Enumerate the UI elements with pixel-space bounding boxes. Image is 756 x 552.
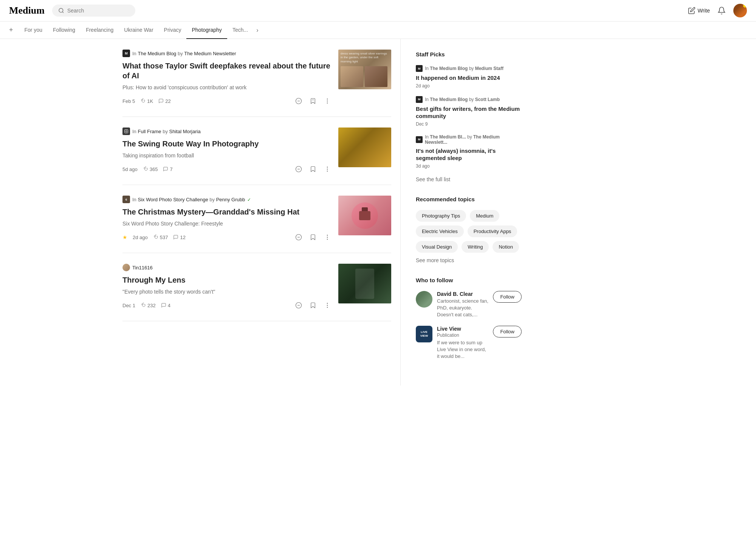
article-title-3[interactable]: The Christmas Mystery—Granddad's Missing… [122, 207, 332, 217]
article-subtitle-2: Taking inspiration from football [122, 152, 332, 160]
see-more-topics-link[interactable]: See more topics [416, 257, 522, 263]
sp-author-2[interactable]: Scott Lamb [475, 97, 500, 102]
article-stats-4: 232 4 [141, 303, 170, 308]
list-item: M In The Medium Blog by Scott Lamb Best … [416, 96, 522, 127]
topic-notion[interactable]: Notion [493, 241, 519, 253]
topic-writing[interactable]: Writing [462, 241, 489, 253]
topic-electric-vehicles[interactable]: Electric Vehicles [416, 225, 464, 237]
pub-name-3[interactable]: Six Word Photo Story Challenge [138, 197, 208, 202]
article-stats-2: 365 7 [143, 166, 173, 172]
staff-pick-title-2[interactable]: Best gifts for writers, from the Medium … [416, 105, 522, 120]
clap-icon-3 [153, 235, 158, 240]
author-name-4[interactable]: Tin11616 [132, 265, 153, 271]
more-button-1[interactable] [322, 96, 332, 106]
save-button-1[interactable] [308, 96, 318, 106]
svg-point-0 [59, 8, 63, 12]
search-icon [58, 8, 64, 14]
sp-pub-3[interactable]: The Medium Bl... [430, 134, 466, 140]
sp-meta-text-3: In The Medium Bl... by The Medium Newsle… [425, 134, 522, 145]
list-item: M In The Medium Blog by Medium Staff It … [416, 65, 522, 89]
svg-point-25 [327, 307, 328, 308]
svg-rect-9 [125, 130, 128, 133]
author-name-1[interactable]: The Medium Newsletter [184, 51, 236, 56]
author-name-3[interactable]: Penny Grubb [216, 197, 245, 202]
article-title-2[interactable]: The Swing Route Way In Photography [122, 139, 332, 149]
comment-icon-1 [158, 98, 164, 104]
tab-freelancing[interactable]: Freelancing [81, 22, 119, 39]
topic-visual-design[interactable]: Visual Design [416, 241, 458, 253]
follow-avatar-david [416, 291, 432, 308]
pub-name-2[interactable]: Full Frame [138, 129, 161, 134]
article-image-2 [338, 128, 391, 167]
sp-pub-1[interactable]: The Medium Blog [430, 66, 468, 71]
topic-productivity-apps[interactable]: Productivity Apps [468, 225, 517, 237]
article-actions-3 [294, 232, 332, 242]
table-row: Tin11616 Through My Lens "Every photo te… [122, 253, 391, 321]
comments-stat-3: 12 [173, 235, 185, 240]
pub-name-1[interactable]: The Medium Blog [138, 51, 176, 56]
sp-pub-2[interactable]: The Medium Blog [430, 97, 468, 102]
save-button-2[interactable] [308, 164, 318, 174]
who-to-follow-title: Who to follow [416, 277, 522, 283]
sp-author-1[interactable]: Medium Staff [475, 66, 503, 71]
more-button-2[interactable] [322, 164, 332, 174]
article-subtitle-4: "Every photo tells the story words can't… [122, 288, 332, 296]
minus-button-2[interactable] [294, 164, 304, 174]
follow-button-live-view[interactable]: Follow [493, 326, 522, 337]
tab-for-you[interactable]: For you [19, 22, 48, 39]
article-meta-3: 6 In Six Word Photo Story Challenge by P… [122, 196, 332, 203]
svg-point-20 [327, 239, 328, 240]
svg-point-15 [327, 171, 328, 172]
nav-arrow-icon[interactable]: › [256, 27, 258, 34]
article-title-4[interactable]: Through My Lens [122, 275, 332, 285]
clap-icon-1 [140, 98, 146, 104]
minus-button-3[interactable] [294, 232, 304, 242]
tab-tech[interactable]: Tech... [227, 22, 253, 39]
article-date-2: 5d ago [122, 166, 138, 172]
article-date-1: Feb 5 [122, 98, 135, 104]
article-content-4: Tin11616 Through My Lens "Every photo te… [122, 264, 332, 310]
tab-following[interactable]: Following [48, 22, 81, 39]
tab-privacy[interactable]: Privacy [159, 22, 187, 39]
more-button-4[interactable] [322, 300, 332, 310]
avatar[interactable] [733, 4, 747, 17]
staff-pick-title-3[interactable]: It's not (always) insomnia, it's segment… [416, 147, 522, 162]
tab-ukraine-war[interactable]: Ukraine War [119, 22, 158, 39]
author-name-2[interactable]: Shital Morjaria [169, 129, 201, 134]
minus-button-1[interactable] [294, 96, 304, 106]
article-footer-3: ★ 2d ago 537 12 [122, 232, 332, 242]
claps-stat-2: 365 [143, 166, 158, 172]
follow-name-david[interactable]: David B. Clear [437, 291, 488, 297]
search-input[interactable] [67, 8, 129, 14]
add-tab-button[interactable]: + [9, 26, 13, 34]
clap-icon-2 [143, 166, 148, 172]
write-button[interactable]: Write [688, 7, 710, 14]
save-button-4[interactable] [308, 300, 318, 310]
more-button-3[interactable] [322, 232, 332, 242]
topic-medium[interactable]: Medium [470, 210, 499, 222]
see-full-list-link[interactable]: See the full list [416, 176, 522, 182]
follow-name-live-view[interactable]: Live View [437, 326, 488, 332]
tab-photography[interactable]: Photography [186, 22, 227, 39]
logo[interactable]: Medium [9, 5, 45, 16]
article-title-1[interactable]: What those Taylor Swift deepfakes reveal… [122, 61, 332, 81]
staff-picks-section: Staff Picks M In The Medium Blog by Medi… [416, 51, 522, 182]
recommended-topics-section: Recommended topics Photography Tips Medi… [416, 196, 522, 263]
article-image-1: dress wearing small silver earrings in t… [338, 50, 391, 89]
comment-icon-4 [161, 303, 166, 308]
article-meta-text-3: In Six Word Photo Story Challenge by Pen… [132, 197, 251, 202]
topic-photography-tips[interactable]: Photography Tips [416, 210, 466, 222]
bell-icon[interactable] [717, 6, 726, 15]
follow-button-david[interactable]: Follow [493, 291, 522, 303]
svg-point-7 [327, 101, 328, 101]
table-row: 6 In Six Word Photo Story Challenge by P… [122, 185, 391, 253]
article-image-3 [338, 196, 391, 235]
sp-pub-avatar-2: M [416, 96, 423, 103]
minus-button-4[interactable] [294, 300, 304, 310]
follow-info-david: David B. Clear Cartoonist, science fan, … [437, 291, 488, 319]
staff-pick-title-1[interactable]: It happened on Medium in 2024 [416, 74, 522, 82]
search-bar[interactable] [52, 5, 135, 17]
article-feed: M In The Medium Blog by The Medium Newsl… [113, 39, 401, 386]
save-button-3[interactable] [308, 232, 318, 242]
staff-picks-title: Staff Picks [416, 51, 522, 58]
